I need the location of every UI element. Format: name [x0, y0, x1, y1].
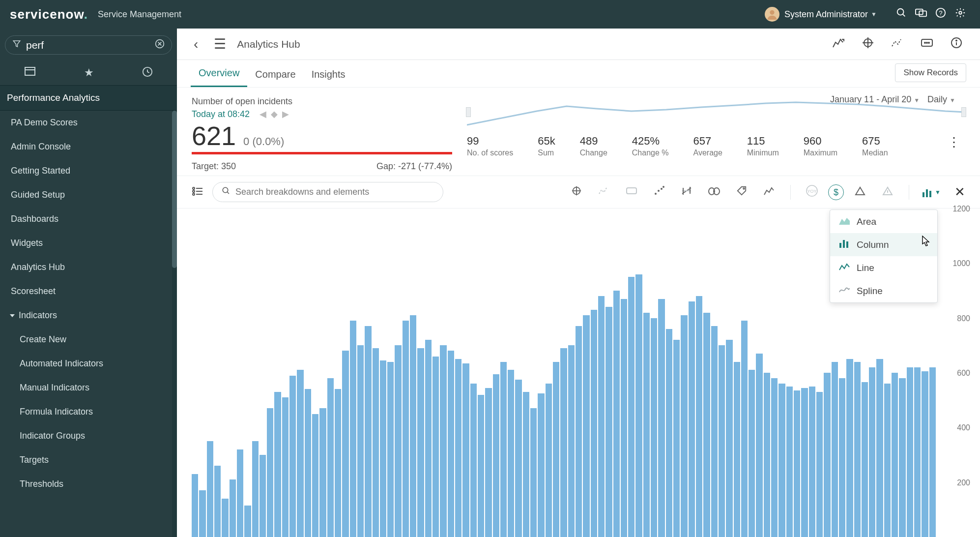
- nav-tab-history-icon[interactable]: [142, 66, 153, 80]
- chart-bar[interactable]: [816, 392, 823, 537]
- info-icon[interactable]: [942, 37, 971, 52]
- chart-bar[interactable]: [410, 315, 416, 537]
- nav-item[interactable]: Thresholds: [0, 472, 177, 496]
- forecast-icon[interactable]: [883, 37, 912, 51]
- chart-bar[interactable]: [546, 384, 552, 537]
- chart-bar[interactable]: [282, 397, 288, 537]
- nav-item[interactable]: Manual Indicators: [0, 376, 177, 400]
- nav-filter[interactable]: [5, 35, 172, 55]
- chart-bar[interactable]: [342, 351, 348, 537]
- global-search-icon[interactable]: [892, 7, 911, 21]
- chart-bar[interactable]: [869, 367, 875, 537]
- chart-bar[interactable]: [892, 373, 898, 537]
- chart-bar[interactable]: [801, 388, 807, 537]
- chart-bar[interactable]: [192, 474, 198, 537]
- target-icon[interactable]: [853, 37, 883, 52]
- chart-bar[interactable]: [832, 362, 838, 537]
- nav-tab-all-apps-icon[interactable]: [24, 66, 36, 80]
- chart-bar[interactable]: [583, 315, 589, 537]
- comments-icon[interactable]: [912, 37, 942, 51]
- chart-bar[interactable]: [500, 362, 507, 537]
- chart-bar[interactable]: [703, 313, 710, 537]
- chart-type-picker[interactable]: ▼: [922, 187, 941, 197]
- chart-bar[interactable]: [824, 373, 830, 537]
- nav-scrollbar-thumb[interactable]: [172, 111, 177, 268]
- breakdown-search-input[interactable]: [235, 187, 434, 197]
- tool-currency-icon[interactable]: $: [828, 184, 844, 200]
- chart-bar[interactable]: [628, 277, 634, 537]
- chart-bar[interactable]: [741, 321, 748, 537]
- chart-bar[interactable]: [455, 359, 461, 537]
- chart-bar[interactable]: [696, 296, 702, 537]
- chart-type-spline[interactable]: Spline: [830, 279, 937, 302]
- chart-bar[interactable]: [764, 373, 770, 537]
- chart-bar[interactable]: [914, 367, 921, 537]
- chart-bar[interactable]: [929, 367, 936, 537]
- nav-item[interactable]: Widgets: [0, 231, 177, 255]
- nav-item[interactable]: Create New: [0, 328, 177, 352]
- chart-bar[interactable]: [839, 378, 845, 537]
- chart-bar[interactable]: [719, 345, 725, 537]
- nav-item[interactable]: Admin Console: [0, 135, 177, 159]
- show-records-button[interactable]: Show Records: [895, 63, 966, 82]
- avatar[interactable]: [765, 7, 779, 22]
- nav-tab-favorites-icon[interactable]: ★: [84, 66, 94, 80]
- tool-confidence-icon[interactable]: [703, 186, 725, 199]
- clear-filter-icon[interactable]: [155, 39, 165, 51]
- chart-bar[interactable]: [319, 408, 326, 537]
- nav-item[interactable]: Getting Started: [0, 159, 177, 183]
- chart-bar[interactable]: [643, 313, 650, 537]
- chart-bar[interactable]: [417, 348, 424, 537]
- chart-bar[interactable]: [508, 370, 514, 537]
- chart-bar[interactable]: [493, 374, 499, 537]
- chart-bar[interactable]: [734, 362, 740, 537]
- tool-threshold-alert-icon[interactable]: [876, 186, 899, 199]
- tool-forecast-icon[interactable]: [593, 186, 615, 199]
- nav-item[interactable]: Automated Indicators: [0, 352, 177, 376]
- chart-bar[interactable]: [214, 466, 221, 537]
- user-name[interactable]: System Administrator: [784, 9, 868, 20]
- nav-item[interactable]: Dashboards: [0, 207, 177, 231]
- chart-bar[interactable]: [591, 310, 597, 537]
- chart-bar[interactable]: [267, 408, 273, 537]
- trend-icon[interactable]: [824, 37, 853, 51]
- nav-item[interactable]: Analytics Hub: [0, 255, 177, 279]
- chart-bar[interactable]: [259, 455, 266, 537]
- chart-bar[interactable]: [523, 392, 529, 537]
- chart-bar[interactable]: [756, 354, 762, 537]
- tab-insights[interactable]: Insights: [304, 69, 353, 87]
- chart-bar[interactable]: [199, 490, 205, 537]
- chart-bar[interactable]: [237, 449, 243, 537]
- chart-bar[interactable]: [478, 395, 484, 537]
- chart-bar[interactable]: [335, 389, 341, 537]
- chart-bar[interactable]: [373, 348, 379, 537]
- tool-yoy-icon[interactable]: YOY: [801, 184, 823, 200]
- chart-bar[interactable]: [289, 376, 296, 537]
- chart-bar[interactable]: [395, 345, 401, 537]
- chart-bar[interactable]: [312, 414, 318, 537]
- chart-bar[interactable]: [907, 367, 913, 537]
- chart-bar[interactable]: [222, 499, 228, 537]
- chart-bar[interactable]: [673, 340, 680, 537]
- chart-bar[interactable]: [876, 359, 883, 537]
- chart-bar[interactable]: [658, 299, 664, 537]
- chart-bar[interactable]: [749, 370, 755, 537]
- chart-bar[interactable]: [538, 393, 544, 537]
- range-handle-right[interactable]: [961, 107, 966, 117]
- chart-bar[interactable]: [560, 348, 567, 537]
- chart-bar[interactable]: [515, 380, 521, 537]
- chart-bar[interactable]: [365, 326, 371, 537]
- column-chart[interactable]: [192, 209, 936, 537]
- chart-bar[interactable]: [244, 506, 251, 537]
- chart-bar[interactable]: [568, 345, 575, 537]
- chart-bar[interactable]: [305, 389, 311, 537]
- user-menu-chevron-icon[interactable]: ▼: [871, 11, 877, 18]
- chart-bar[interactable]: [462, 363, 469, 537]
- chart-bar[interactable]: [681, 315, 687, 537]
- chart-bar[interactable]: [440, 345, 446, 537]
- chart-bar[interactable]: [432, 357, 439, 537]
- chart-bar[interactable]: [899, 378, 905, 537]
- nav-item[interactable]: Guided Setup: [0, 183, 177, 207]
- nav-item[interactable]: Formula Indicators: [0, 400, 177, 424]
- tab-overview[interactable]: Overview: [191, 67, 247, 87]
